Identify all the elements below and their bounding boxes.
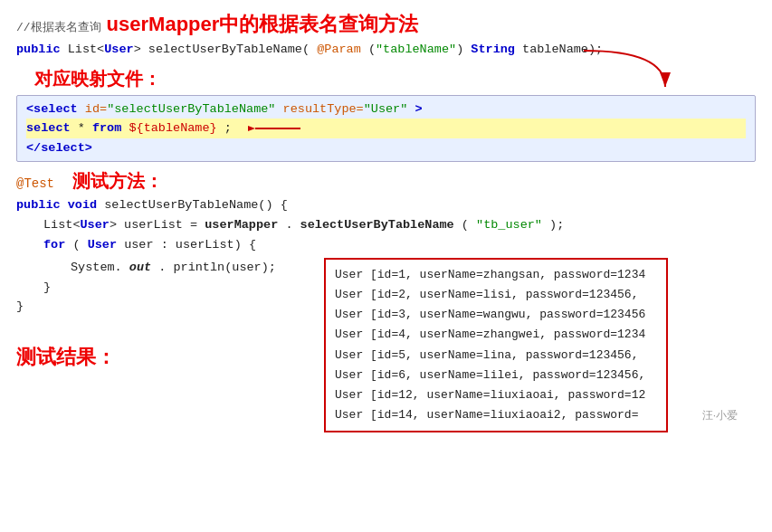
result-line-2: User [id=2, userName=lisi, password=1234… (335, 285, 657, 305)
xml-line1: <select id="selectUserByTableName" resul… (26, 100, 746, 119)
result-label-area: 测试结果： (16, 344, 324, 371)
test-label-row: @Test 测试方法： (16, 169, 756, 194)
mapping-label: 对应映射文件： (34, 67, 161, 91)
left-code: System. out . println(user); } } 测试结果： (16, 258, 324, 371)
test-code-block: public void selectUserByTableName() { Li… (16, 195, 756, 432)
test-line-4: System. out . println(user); (16, 258, 324, 278)
title-line: //根据表名查询 userMapper中的根据表名查询方法 (16, 11, 756, 38)
test-line-1: public void selectUserByTableName() { (16, 195, 756, 215)
bottom-section: System. out . println(user); } } 测试结果： U… (16, 258, 756, 432)
comment-prefix: //根据表名查询 (16, 19, 101, 35)
test-line-3: for ( User user : userList) { (16, 235, 756, 255)
result-line-1: User [id=1, userName=zhangsan, password=… (335, 265, 657, 285)
test-label: 测试方法： (72, 169, 163, 194)
xml-block: <select id="selectUserByTableName" resul… (16, 95, 756, 163)
result-box: User [id=1, userName=zhangsan, password=… (324, 258, 668, 432)
test-annotation: @Test (16, 176, 54, 191)
mapping-label-row: 对应映射文件： (16, 67, 756, 91)
xml-line2: select * from ${tableName} ; (26, 119, 746, 138)
result-line-6: User [id=6, userName=lilei, password=123… (335, 366, 657, 385)
result-line-4: User [id=4, userName=zhangwei, password=… (335, 325, 657, 345)
page-container: //根据表名查询 userMapper中的根据表名查询方法 public Lis… (16, 11, 756, 432)
result-line-5: User [id=5, userName=lina, password=1234… (335, 346, 657, 366)
main-title: userMapper中的根据表名查询方法 (107, 11, 419, 38)
watermark: 汪·小爱 (702, 408, 738, 423)
result-line-8: User [id=14, userName=liuxiaoai2, passwo… (335, 405, 657, 425)
arrow-left-icon (248, 119, 302, 138)
arrow-right-icon (575, 42, 683, 96)
test-line-6: } (16, 297, 324, 317)
result-line-3: User [id=3, userName=wangwu, password=12… (335, 305, 657, 325)
result-line-7: User [id=12, userName=liuxiaoai, passwor… (335, 385, 657, 405)
test-line-5: } (16, 278, 324, 298)
test-line-2: List<User> userList = userMapper . selec… (16, 215, 756, 235)
result-label: 测试结果： (16, 340, 116, 368)
xml-line3: </select> (26, 138, 746, 158)
